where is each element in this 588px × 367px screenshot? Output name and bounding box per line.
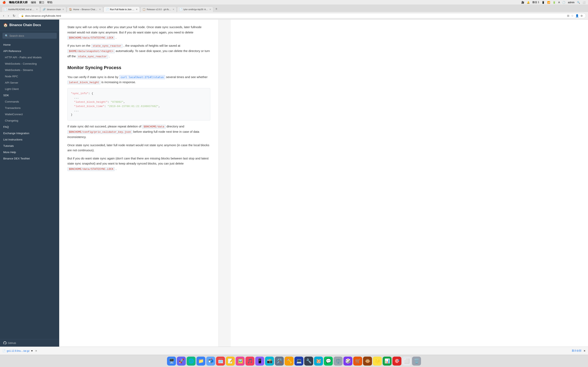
intro-paragraph: State sync will run only once after you … [67, 25, 210, 40]
snapshot-path-code: $HOME/data/snapshot/<height> [67, 49, 115, 53]
dock-safari[interactable]: 🌐 [187, 357, 196, 366]
sidebar-item-http-api[interactable]: HTTP API - Paths and Models [0, 54, 59, 60]
tab-5-close[interactable]: ✕ [173, 8, 174, 11]
reload-button[interactable]: ↻ [12, 13, 16, 18]
tab-6-favicon: 📄 [179, 8, 182, 11]
back-button[interactable]: ‹ [2, 13, 5, 18]
dock-notes[interactable]: 📝 [226, 357, 235, 366]
dock-tools[interactable]: 🛠️ [275, 357, 284, 366]
sidebar-item-api-reference[interactable]: API Reference [0, 48, 59, 54]
dock-photos[interactable]: 🖼️ [236, 357, 245, 366]
sidebar-item-exchange-integration[interactable]: Exchange Integration [0, 130, 59, 136]
dock-music[interactable]: 🎵 [245, 357, 254, 366]
sidebar-header: 🏠 Binance Chain Docs [0, 20, 59, 31]
main-layout: 🏠 Binance Chain Docs 🔍 Search docs Home … [0, 20, 588, 347]
dock-calendar[interactable]: 🗓️ [216, 357, 225, 366]
wechat-status: 微信 1 [532, 1, 539, 4]
input-lang: A [558, 1, 560, 4]
search-icon[interactable]: 🔍 [577, 1, 580, 4]
dock-edit[interactable]: ✏️ [285, 357, 294, 366]
dock-camera[interactable]: 📸 [265, 357, 274, 366]
tab-1-close[interactable]: ✕ [36, 8, 38, 11]
tab-2-close[interactable]: ✕ [62, 8, 64, 11]
dock-finder[interactable]: 🖥️ [167, 357, 176, 366]
dock-go[interactable]: 🐹 [314, 357, 323, 366]
github-link[interactable]: GitHub [0, 339, 59, 347]
dock-game[interactable]: 🎲 [343, 357, 352, 366]
sidebar-item-sdk[interactable]: SDK [0, 92, 59, 99]
sidebar-item-api-server[interactable]: API Server [0, 80, 59, 86]
dock-chart[interactable]: 📊 [383, 357, 392, 366]
menu-edit[interactable]: 编辑 [31, 1, 36, 4]
dock-launchpad[interactable]: 🚀 [177, 357, 186, 366]
sidebar-item-commands[interactable]: Commands [0, 99, 59, 105]
menu-help[interactable]: 帮助 [47, 1, 52, 4]
download-chevron[interactable]: ▼ [31, 350, 33, 352]
dock-target[interactable]: 🎯 [392, 357, 401, 366]
translate-icon[interactable]: ⊞ [567, 14, 570, 17]
sidebar-item-tutorials[interactable]: Tutorials [0, 143, 59, 149]
tab-3-close[interactable]: ✕ [99, 8, 101, 11]
tab-3[interactable]: 🏠 Home – Binance Chain Do... ✕ [67, 7, 103, 12]
bookmark-icon[interactable]: ☆ [571, 14, 574, 17]
sidebar-item-faq[interactable]: FAQ [0, 124, 59, 130]
download-bar-close[interactable]: ✕ [584, 350, 586, 352]
sidebar-item-node-rpc[interactable]: Node RPC [0, 73, 59, 80]
bnchome-data-code: $BNCHOME/data [142, 125, 165, 129]
success-paragraph-1: Once state sync succeeded, later full no… [67, 142, 210, 153]
tab-1-favicon: 📄 [4, 8, 7, 11]
sidebar-item-more-help[interactable]: More Help [0, 149, 59, 155]
dock-trash[interactable]: 🗑️ [412, 357, 421, 366]
sidebar-item-changelog[interactable]: Changelog [0, 117, 59, 124]
download-bar: 📄 go1.12.9.linu....tar.gz ▼ ✕ 显示全部 ✕ [0, 347, 588, 355]
new-tab-button[interactable]: + [214, 6, 219, 12]
tab-1[interactable]: 📄 AskMe/README.md at ma... ✕ [2, 7, 40, 12]
sidebar-item-list-instructions[interactable]: List Instructions [0, 136, 59, 143]
dock-blank[interactable]: ⬜ [402, 357, 411, 366]
dock-star[interactable]: 🌟 [373, 357, 382, 366]
sidebar-item-websockets-connecting[interactable]: WebSockets - Connecting [0, 60, 59, 67]
sidebar-item-binance-dex-testnet[interactable]: Binance DEX TestNet [0, 155, 59, 162]
sidebar-item-light-client[interactable]: Light Client [0, 86, 59, 92]
tab-4-close[interactable]: ✕ [136, 8, 138, 11]
address-bar[interactable]: 🔒 docs.binance.org/fullnode.html ⊞ ☆ 👤 ⊕ [18, 13, 586, 18]
download-cancel-button[interactable]: ✕ [35, 350, 37, 352]
dock-scale[interactable]: ⚖️ [334, 357, 343, 366]
account-icon[interactable]: 👤 [575, 14, 579, 17]
download-file-icon: 📄 [2, 350, 6, 352]
tab-bar: 📄 AskMe/README.md at ma... ✕ 🔗 binance-c… [0, 5, 588, 12]
dock-mail[interactable]: 📬 [206, 357, 215, 366]
sidebar-item-home[interactable]: Home [0, 42, 59, 48]
period-1: . [116, 36, 117, 39]
dock-shop[interactable]: 🛒 [353, 357, 362, 366]
dock-files[interactable]: 📁 [196, 357, 205, 366]
extension-icon[interactable]: ⊕ [580, 14, 583, 17]
tab-4-favicon: 📄 [106, 8, 109, 11]
dock-monkey[interactable]: 🐵 [363, 357, 372, 366]
download-file: 📄 go1.12.9.linu....tar.gz ▼ ✕ [2, 350, 37, 352]
search-box[interactable]: 🔍 Search docs [2, 33, 57, 39]
tab-6[interactable]: 📄 tyler-smith/go-bip39: A B... ✕ [177, 7, 213, 12]
tab-4-label: Run Full Node to Join Bin... [110, 8, 135, 11]
forward-button[interactable]: › [7, 13, 10, 18]
sidebar-item-walletconnect[interactable]: WalletConnect [0, 111, 59, 117]
show-all-downloads[interactable]: 显示全部 [572, 349, 581, 352]
doc-content: State sync will run only once after you … [67, 25, 210, 171]
tab-6-close[interactable]: ✕ [209, 8, 211, 11]
dock-wrench[interactable]: 🔧 [304, 357, 313, 366]
dock-mobile[interactable]: 📱 [255, 357, 264, 366]
app-name: 嗨格式录屏大师 [9, 1, 27, 4]
sidebar-item-websockets-streams[interactable]: WebSockets - Streams [0, 67, 59, 73]
statesync-lock-code: $BNCHOME/data/STATESYNC.LOCK [67, 36, 115, 40]
tab-4[interactable]: 📄 Run Full Node to Join Bin... ✕ [104, 7, 140, 12]
right-panel [218, 20, 231, 347]
sidebar-item-transactions[interactable]: Transactions [0, 105, 59, 111]
tab-2[interactable]: 🔗 binance-chain ✕ [40, 7, 66, 12]
dock-wechat[interactable]: 💬 [324, 357, 333, 366]
dock: 🖥️ 🚀 🌐 📁 📬 🗓️ 📝 🖼️ 🎵 📱 📸 🛠️ ✏️ 💻 🔧 🐹 💬 ⚖… [0, 355, 588, 367]
apple-menu[interactable]: 🍎 [2, 1, 6, 4]
dock-code[interactable]: 💻 [294, 357, 303, 366]
download-filename[interactable]: go1.12.9.linu....tar.gz [7, 350, 29, 352]
menu-window[interactable]: 窗口 [39, 1, 44, 4]
tab-5[interactable]: 📋 Release v2.8.0 · git-lfs/gi... ✕ [140, 7, 177, 12]
